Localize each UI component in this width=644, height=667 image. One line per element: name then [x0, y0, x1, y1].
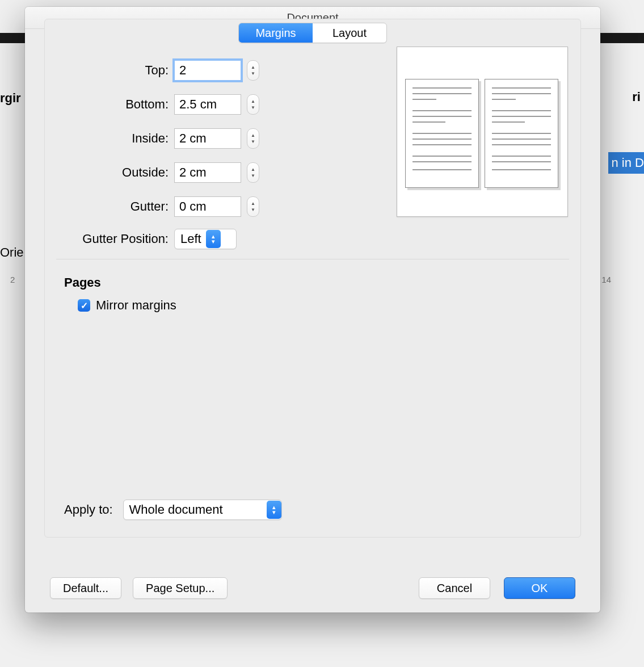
- pages-heading: Pages: [64, 275, 580, 290]
- input-bottom-margin[interactable]: [174, 94, 241, 115]
- bg-text: n in D: [608, 152, 644, 174]
- document-dialog: Document Margins Layout: [25, 7, 600, 613]
- input-gutter[interactable]: [174, 196, 241, 217]
- label-gutter-position: Gutter Position:: [45, 232, 174, 246]
- bg-text: Orie: [0, 245, 24, 260]
- stepper-inside[interactable]: [247, 128, 259, 149]
- stepper-top[interactable]: [247, 60, 259, 81]
- ruler-mark: 14: [601, 275, 611, 284]
- page-setup-button[interactable]: Page Setup...: [133, 577, 228, 599]
- bg-text: rgir: [0, 91, 21, 106]
- label-gutter: Gutter:: [45, 199, 174, 214]
- ok-button[interactable]: OK: [504, 577, 575, 599]
- stepper-bottom[interactable]: [247, 94, 259, 115]
- input-top-margin[interactable]: [174, 60, 241, 81]
- select-gutter-position[interactable]: Left: [174, 229, 237, 249]
- checkbox-mirror-margins[interactable]: [78, 299, 90, 312]
- tab-margins[interactable]: Margins: [239, 23, 313, 43]
- tab-layout[interactable]: Layout: [313, 23, 386, 43]
- select-gutter-position-value: Left: [180, 232, 201, 246]
- label-mirror-margins: Mirror margins: [96, 298, 176, 313]
- label-bottom: Bottom:: [45, 97, 174, 112]
- select-apply-to-value: Whole document: [129, 502, 262, 517]
- chevrons-up-down-icon: [206, 230, 221, 248]
- ruler-mark: 2: [10, 275, 15, 284]
- bg-text: ri: [632, 90, 641, 104]
- input-outside-margin[interactable]: [174, 162, 241, 183]
- label-inside: Inside:: [45, 131, 174, 146]
- label-top: Top:: [45, 63, 174, 78]
- stepper-gutter[interactable]: [247, 196, 259, 217]
- stepper-outside[interactable]: [247, 162, 259, 183]
- input-inside-margin[interactable]: [174, 128, 241, 149]
- preview-page-left: [405, 79, 479, 188]
- label-outside: Outside:: [45, 165, 174, 180]
- cancel-button[interactable]: Cancel: [419, 577, 490, 599]
- margin-preview: [397, 47, 568, 217]
- default-button[interactable]: Default...: [50, 577, 121, 599]
- preview-page-right: [485, 79, 558, 188]
- label-apply-to: Apply to:: [64, 502, 113, 517]
- chevrons-up-down-icon: [267, 501, 281, 519]
- select-apply-to[interactable]: Whole document: [123, 500, 282, 520]
